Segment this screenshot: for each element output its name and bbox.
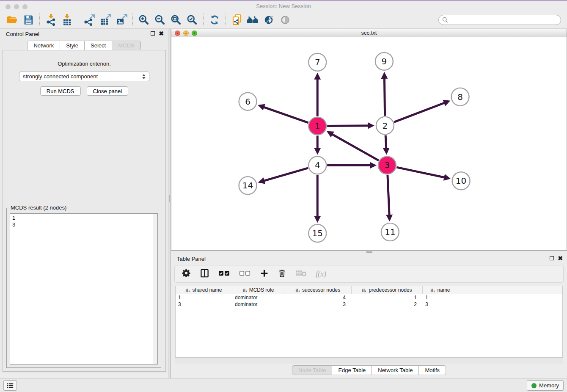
horizontal-splitter[interactable] [171, 251, 567, 254]
splitter-grip[interactable] [366, 251, 372, 253]
column-header-successor-nodes[interactable]: successor nodes [284, 286, 352, 294]
tab-style[interactable]: Style [60, 41, 85, 50]
table-cell[interactable]: 4 [284, 294, 352, 301]
tab-select[interactable]: Select [85, 41, 112, 50]
column-header-name[interactable]: name [423, 286, 458, 294]
tab-network-table[interactable]: Network Table [372, 365, 419, 375]
table-cell[interactable]: dominator [232, 294, 284, 301]
export-table-icon[interactable] [97, 13, 113, 27]
network-node-6[interactable]: 6 [239, 93, 257, 110]
table-cell[interactable]: 1 [352, 294, 423, 301]
close-panel-icon[interactable]: ✖ [159, 31, 164, 36]
zoom-window-icon[interactable] [22, 4, 28, 9]
function-builder-icon[interactable]: f(x) [316, 270, 326, 279]
clone-network-icon[interactable] [229, 13, 245, 27]
column-header-shared-name[interactable]: shared name [176, 286, 232, 294]
search-box[interactable] [438, 15, 561, 25]
close-panel-icon[interactable]: ✖ [558, 256, 563, 261]
show-style-icon[interactable] [261, 13, 277, 27]
network-node-7[interactable]: 7 [308, 53, 326, 71]
column-header-MCDS-role[interactable]: MCDS role [232, 286, 284, 294]
export-network-icon[interactable] [81, 13, 97, 27]
add-icon[interactable] [260, 269, 269, 279]
search-input[interactable] [448, 17, 557, 23]
network-node-3[interactable]: 3 [378, 156, 396, 174]
network-canvas[interactable]: 7968124314101511 [171, 38, 567, 250]
column-header-predecessor-nodes[interactable]: predecessor nodes [352, 286, 423, 294]
network-node-14[interactable]: 14 [239, 177, 257, 194]
splitter-grip[interactable] [169, 195, 170, 202]
table-cell[interactable]: 3 [423, 301, 458, 308]
export-image-icon[interactable] [113, 13, 129, 27]
vertical-splitter[interactable] [168, 29, 171, 378]
task-history-button[interactable] [3, 380, 17, 391]
tab-edge-table[interactable]: Edge Table [332, 365, 372, 375]
network-node-15[interactable]: 15 [308, 224, 326, 242]
tab-motifs[interactable]: Motifs [419, 365, 446, 375]
maximize-view-icon[interactable]: + [192, 30, 197, 36]
zoom-fit-icon[interactable] [168, 13, 184, 27]
network-edge-1-6[interactable] [258, 104, 308, 123]
columns-icon[interactable] [200, 268, 209, 280]
import-table-icon[interactable] [59, 13, 75, 27]
table-scrollbar[interactable] [175, 358, 563, 364]
network-window-titlebar[interactable]: × − + scc.txt [171, 29, 567, 37]
network-edge-2-3[interactable] [383, 135, 390, 155]
network-edge-2-9[interactable] [381, 72, 388, 116]
gear-icon[interactable] [182, 268, 191, 279]
network-edge-1-7[interactable] [314, 73, 321, 116]
mcds-result-text[interactable]: 13 [10, 213, 158, 364]
network-edge-1-4[interactable] [314, 136, 321, 155]
network-edge-4-14[interactable] [258, 168, 308, 184]
window-traffic-lights[interactable] [6, 4, 28, 9]
network-node-1[interactable]: 1 [308, 117, 326, 135]
close-window-icon[interactable] [6, 4, 11, 9]
network-node-2[interactable]: 2 [376, 117, 394, 135]
zoom-out-icon[interactable] [152, 13, 168, 27]
network-node-11[interactable]: 11 [381, 223, 399, 241]
table-row[interactable]: 3dominator323 [176, 301, 562, 308]
tab-mcds[interactable]: MCDS [112, 41, 140, 50]
table-row[interactable]: 1dominator411 [176, 294, 562, 301]
open-folder-icon[interactable] [4, 13, 20, 27]
select-all-icon[interactable] [218, 270, 230, 279]
import-network-icon[interactable] [43, 13, 59, 27]
network-node-4[interactable]: 4 [308, 156, 326, 174]
network-edge-3-11[interactable] [386, 175, 393, 221]
float-panel-icon[interactable] [151, 31, 155, 36]
run-mcds-button[interactable]: Run MCDS [40, 86, 81, 96]
save-icon[interactable] [20, 13, 36, 27]
network-edge-4-3[interactable] [327, 162, 377, 168]
table-cell[interactable]: 1 [423, 294, 458, 301]
network-edge-3-10[interactable] [396, 167, 451, 181]
tab-node-table[interactable]: Node Table [292, 365, 333, 375]
first-neighbors-icon[interactable] [245, 13, 261, 27]
network-node-8[interactable]: 8 [451, 88, 469, 106]
table-cell[interactable]: dominator [232, 301, 284, 308]
zoom-in-icon[interactable] [136, 13, 152, 27]
hide-details-icon[interactable] [277, 13, 293, 27]
network-edge-4-15[interactable] [314, 175, 321, 223]
table-cell[interactable]: 3 [284, 301, 352, 308]
network-edge-1-2[interactable] [327, 122, 374, 129]
refresh-icon[interactable] [206, 13, 223, 27]
minimize-view-icon[interactable]: − [183, 30, 189, 36]
table-cell[interactable]: 3 [176, 301, 232, 308]
delete-table-icon[interactable] [295, 269, 307, 279]
zoom-selected-icon[interactable] [184, 13, 200, 27]
table-cell[interactable]: 1 [176, 294, 232, 301]
close-view-icon[interactable]: × [175, 30, 180, 36]
minimize-window-icon[interactable] [14, 4, 19, 9]
result-scrollbar[interactable] [153, 214, 157, 364]
network-edge-2-8[interactable] [394, 100, 450, 122]
tab-network[interactable]: Network [27, 41, 60, 50]
network-edge-3-1[interactable] [327, 131, 379, 160]
network-node-9[interactable]: 9 [375, 52, 393, 70]
close-panel-button[interactable]: Close panel [87, 86, 129, 96]
trash-icon[interactable] [278, 268, 286, 279]
optimization-criterion-select[interactable]: strongly connected component [19, 72, 149, 81]
network-node-10[interactable]: 10 [452, 172, 470, 190]
clear-selection-icon[interactable] [239, 270, 251, 279]
memory-button[interactable]: Memory [527, 380, 564, 391]
float-panel-icon[interactable] [550, 256, 554, 260]
